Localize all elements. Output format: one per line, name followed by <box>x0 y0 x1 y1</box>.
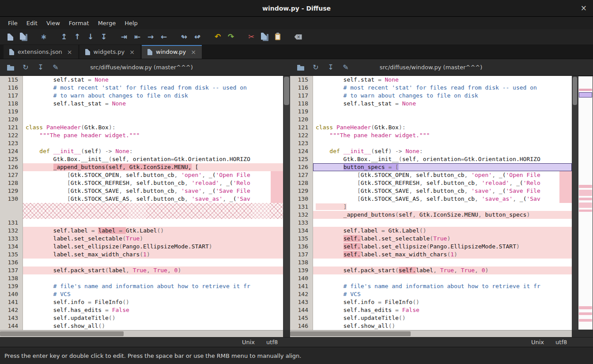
menu-merge[interactable]: Merge <box>94 18 121 28</box>
code-line[interactable] <box>0 211 283 219</box>
code-line[interactable]: 120 <box>0 116 283 124</box>
left-vscrollbar-thumb[interactable] <box>284 77 289 105</box>
clear-edits-icon[interactable] <box>291 31 305 43</box>
merge-from-right-then-left-icon[interactable]: ↫ <box>191 31 204 43</box>
code-line[interactable]: 143 self.updateTitle() <box>0 314 283 322</box>
code-line[interactable]: 136 <box>0 259 283 266</box>
paste-icon[interactable] <box>271 31 284 43</box>
code-line[interactable]: 134 self.label = Gtk.Label() <box>290 227 572 235</box>
copy-icon[interactable] <box>258 31 271 43</box>
menu-view[interactable]: View <box>42 18 64 28</box>
code-line[interactable]: 127 [Gtk.STOCK_OPEN, self.button_cb, 'op… <box>290 171 572 179</box>
code-line[interactable]: 135 label.set_max_width_chars(1) <box>0 251 283 259</box>
open-file-button[interactable] <box>295 62 307 73</box>
code-line[interactable]: 125 Gtk.Box.__init__(self, orientation=G… <box>0 155 283 163</box>
tab-widgets-py[interactable]: widgets.py× <box>79 45 140 59</box>
save-file-as-button[interactable]: ✎ <box>340 62 352 73</box>
code-line[interactable]: 116 # most recent 'stat' for files read … <box>0 84 283 92</box>
code-line[interactable]: 140 # VCS <box>0 290 283 298</box>
tab-extensions-json[interactable]: extensions.json× <box>4 45 78 59</box>
reload-file-button[interactable]: ↻ <box>19 62 32 73</box>
save-file-button[interactable]: ↧ <box>325 62 337 73</box>
tab-close-icon[interactable]: × <box>191 49 196 56</box>
code-line[interactable]: 126 button_specs = [ <box>290 163 572 171</box>
code-line[interactable]: 140 <box>290 274 572 282</box>
menu-edit[interactable]: Edit <box>22 18 42 28</box>
code-line[interactable]: 121class PaneHeader(Gtk.Box): <box>290 124 572 131</box>
code-line[interactable]: 141 self.info = FileInfo() <box>0 298 283 306</box>
left-vscrollbar[interactable] <box>283 76 290 330</box>
cut-icon[interactable]: ✂ <box>245 31 258 43</box>
left-hscrollbar-thumb[interactable] <box>0 331 124 336</box>
code-line[interactable]: 115 self.stat = None <box>0 76 283 84</box>
copy-selection-left-icon[interactable]: ← <box>157 31 170 43</box>
code-line[interactable]: 124 def __init__(self) -> None: <box>0 147 283 155</box>
code-line[interactable]: 130 [Gtk.STOCK_SAVE_AS, self.button_cb, … <box>290 195 572 203</box>
code-line[interactable]: 119 <box>290 108 572 116</box>
window-close-button[interactable]: × <box>581 4 587 12</box>
realign-all-icon[interactable]: ∗ <box>37 31 50 43</box>
code-line[interactable]: 141 # file's name and information about … <box>290 282 572 290</box>
new-2way-file-merge-icon[interactable] <box>4 31 17 43</box>
merge-from-left-then-right-icon[interactable]: ↬ <box>178 31 191 43</box>
code-line[interactable]: 118 self.last_stat = None <box>290 100 572 108</box>
code-line[interactable] <box>0 203 283 211</box>
code-line[interactable]: 134 label.set_ellipsize(Pango.EllipsizeM… <box>0 243 283 251</box>
save-file-button[interactable]: ↧ <box>34 62 47 73</box>
code-line[interactable]: 142 self.has_edits = False <box>0 306 283 314</box>
right-vscrollbar-thumb[interactable] <box>573 77 577 105</box>
code-line[interactable]: 119 <box>0 108 283 116</box>
left-hscrollbar[interactable] <box>0 330 283 337</box>
code-line[interactable]: 132 _append_buttons(self, Gtk.IconSize.M… <box>290 211 572 219</box>
right-hscrollbar-thumb[interactable] <box>290 331 411 336</box>
code-line[interactable]: 115 self.stat = None <box>290 76 572 84</box>
code-line[interactable]: 131 <box>0 219 283 227</box>
code-line[interactable]: 132 self.label = label = Gtk.Label() <box>0 227 283 235</box>
code-line[interactable]: 121class PaneHeader(Gtk.Box): <box>0 124 283 131</box>
code-line[interactable]: 117 # to warn about changes to file on d… <box>0 92 283 100</box>
code-line[interactable]: 133 <box>290 219 572 227</box>
code-line[interactable]: 137 self.label.set_max_width_chars(1) <box>290 251 572 259</box>
code-line[interactable]: 128 [Gtk.STOCK_REFRESH, self.button_cb, … <box>290 179 572 187</box>
menu-file[interactable]: File <box>4 18 22 28</box>
code-line[interactable]: 145 self.updateTitle() <box>290 314 572 322</box>
code-line[interactable]: 123 <box>290 139 572 147</box>
code-line[interactable]: 144 self.show_all() <box>0 322 283 330</box>
code-line[interactable]: 139 # file's name and information about … <box>0 282 283 290</box>
diff-overview-map[interactable] <box>578 76 593 330</box>
code-line[interactable]: 136 self.label.set_ellipsize(Pango.Ellip… <box>290 243 572 251</box>
code-line[interactable]: 117 # to warn about changes to file on d… <box>290 92 572 100</box>
save-file-as-button[interactable]: ✎ <box>49 62 62 73</box>
code-line[interactable]: 130 [Gtk.STOCK_SAVE_AS, self.button_cb, … <box>0 195 283 203</box>
menu-help[interactable]: Help <box>120 18 142 28</box>
code-line[interactable]: 131 ] <box>290 203 572 211</box>
tab-close-icon[interactable]: × <box>129 49 135 56</box>
right-hscrollbar[interactable] <box>290 330 572 337</box>
code-line[interactable]: 135 self.label.set_selectable(True) <box>290 235 572 243</box>
last-difference-icon[interactable]: ↧ <box>97 31 110 43</box>
reload-file-button[interactable]: ↻ <box>310 62 322 73</box>
shift-pane-left-icon[interactable]: ⇤ <box>131 31 144 43</box>
tab-window-py[interactable]: window.py× <box>142 45 202 59</box>
code-line[interactable]: 139 self.pack_start(self.label, True, Tr… <box>290 266 572 274</box>
shift-pane-right-icon[interactable]: ⇥ <box>117 31 131 43</box>
code-line[interactable]: 125 Gtk.Box.__init__(self, orientation=G… <box>290 155 572 163</box>
code-line[interactable]: 146 self.show_all() <box>290 322 572 330</box>
previous-difference-icon[interactable]: ↑ <box>71 31 84 43</box>
code-line[interactable]: 128 [Gtk.STOCK_REFRESH, self.button_cb, … <box>0 179 283 187</box>
right-vscrollbar[interactable] <box>572 76 578 330</box>
code-line[interactable]: 137 self.pack_start(label, True, True, 0… <box>0 266 283 274</box>
code-line[interactable]: 142 # VCS <box>290 290 572 298</box>
code-line[interactable]: 133 label.set_selectable(True) <box>0 235 283 243</box>
new-3way-file-merge-icon[interactable] <box>17 31 30 43</box>
copy-selection-right-icon[interactable]: → <box>144 31 157 43</box>
code-line[interactable]: 138 <box>0 274 283 282</box>
next-difference-icon[interactable]: ↓ <box>84 31 97 43</box>
code-line[interactable]: 116 # most recent 'stat' for files read … <box>290 84 572 92</box>
code-line[interactable]: 129 [Gtk.STOCK_SAVE, self.button_cb, 'sa… <box>290 187 572 195</box>
open-file-button[interactable] <box>4 62 17 73</box>
code-line[interactable]: 138 <box>290 259 572 266</box>
code-line[interactable]: 123 <box>0 139 283 147</box>
code-line[interactable]: 120 <box>290 116 572 124</box>
undo-icon[interactable]: ↶ <box>211 31 224 43</box>
